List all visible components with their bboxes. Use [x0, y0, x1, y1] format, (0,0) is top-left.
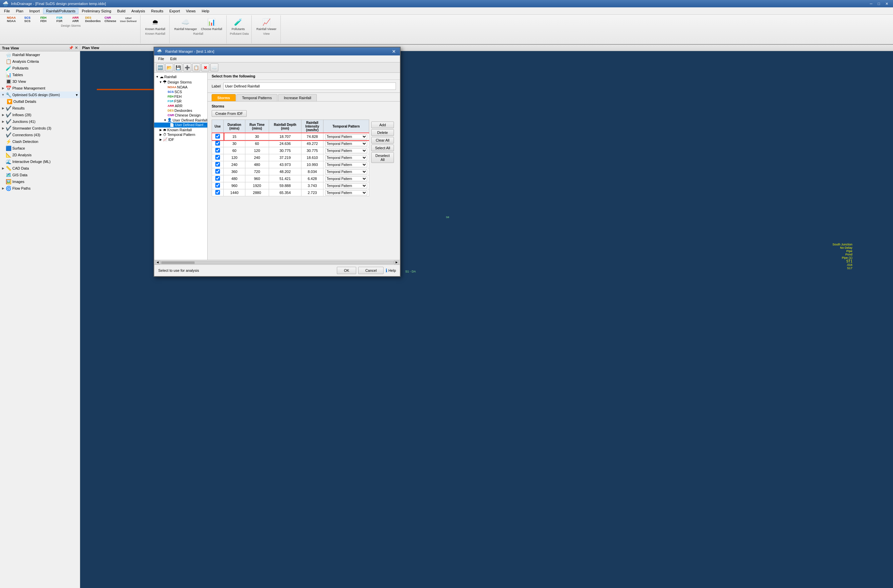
storms-table-container[interactable]: Use Duration(mins) Run Time(mins) Rainfa…	[212, 120, 369, 196]
dtree-temporal-pattern[interactable]: ▶ ⏱ Temporal Pattern	[154, 132, 207, 137]
expand-phase-management[interactable]: ▶	[2, 86, 5, 90]
sidebar-item-suds[interactable]: ▼ 🔧 Optimised SuDS design (Storm) ▼	[0, 92, 80, 98]
dtree-chinese[interactable]: CNR Chinese Design	[154, 113, 207, 117]
minimize-btn[interactable]: ─	[868, 2, 875, 6]
help-btn[interactable]: ℹ Help	[386, 267, 396, 274]
storm-checkbox[interactable]	[215, 190, 220, 195]
sidebar-item-phase-management[interactable]: ▶ 📅 Phase Management	[0, 85, 80, 92]
sidebar-item-inflows[interactable]: ▶ ✔️ Inflows (28)	[0, 111, 80, 118]
action-add-btn[interactable]: Add	[371, 122, 394, 128]
ribbon-btn-arr[interactable]: ARRARR	[68, 16, 83, 23]
menu-preliminary-sizing[interactable]: Preliminary Sizing	[79, 8, 114, 14]
toolbar-copy-btn[interactable]: 📋	[192, 63, 200, 71]
pattern-dropdown[interactable]: Temporal Pattern	[325, 169, 368, 174]
sidebar-item-images[interactable]: 🖼️ Images	[0, 178, 80, 185]
dialog-tree[interactable]: ▼ ☁ Rainfall ▼ 🌩 Design Storms NOAA NOAA…	[154, 73, 207, 260]
sidebar-scroll[interactable]: 🌧️ Rainfall Manager 📋 Analysis Criteria …	[0, 51, 80, 588]
expand-cad[interactable]: ▶	[2, 167, 5, 170]
storm-checkbox[interactable]	[215, 148, 220, 153]
expand-suds[interactable]: ▼	[2, 93, 5, 96]
ribbon-btn-user-defined[interactable]: UDefUser Defined	[119, 17, 138, 23]
ribbon-btn-feh[interactable]: FEHFEH	[36, 16, 51, 23]
ribbon-btn-known-rainfall[interactable]: 🌧 Known Rainfall	[144, 16, 167, 32]
sidebar-item-results[interactable]: ▶ ✔️ Results	[0, 105, 80, 111]
action-delete-btn[interactable]: Delete	[371, 129, 394, 136]
ribbon-btn-scs[interactable]: SCSSCS	[20, 16, 35, 23]
sidebar-item-flow-paths[interactable]: ▶ 🌀 Flow Paths	[0, 185, 80, 192]
pattern-dropdown[interactable]: Temporal Pattern	[325, 141, 368, 146]
storm-checkbox[interactable]	[215, 183, 220, 188]
action-clear-all-btn[interactable]: Clear All	[371, 137, 394, 144]
expand-flow-paths[interactable]: ▶	[2, 186, 5, 190]
pattern-dropdown[interactable]: Temporal Pattern	[325, 134, 368, 139]
storm-checkbox[interactable]	[215, 155, 220, 159]
scroll-track[interactable]	[160, 261, 394, 264]
ribbon-btn-rainfall-viewer[interactable]: 📈 Rainfall Viewer	[255, 16, 278, 32]
sidebar-item-rainfall-manager[interactable]: 🌧️ Rainfall Manager	[0, 51, 80, 58]
create-from-idf-button[interactable]: Create From IDF	[212, 110, 247, 117]
sidebar-item-gis-data[interactable]: 🗺️ GIS Data	[0, 171, 80, 178]
sidebar-item-junctions[interactable]: ▶ ✔️ Junctions (41)	[0, 118, 80, 125]
sidebar-item-tables[interactable]: 📊 Tables	[0, 71, 80, 78]
dialog-horizontal-scrollbar[interactable]: ◀ ▶	[154, 260, 400, 265]
scroll-left-btn[interactable]: ◀	[155, 260, 160, 265]
dialog-label-input[interactable]	[223, 83, 396, 90]
dtree-desbordes[interactable]: DES Desbordes	[154, 108, 207, 113]
toolbar-add-btn[interactable]: ➕	[183, 63, 191, 71]
dtree-idf[interactable]: ▶ 📈 IDF	[154, 137, 207, 142]
scroll-thumb[interactable]	[161, 262, 195, 264]
sidebar-close-btn[interactable]: ✕	[75, 46, 78, 50]
expand-inflows[interactable]: ▶	[2, 113, 5, 117]
menu-build[interactable]: Build	[114, 8, 128, 14]
scroll-right-btn[interactable]: ▶	[394, 260, 399, 265]
sidebar-item-cad-data[interactable]: ▶ 📏 CAD Data	[0, 165, 80, 171]
ribbon-btn-cnr[interactable]: CNRChinese	[103, 16, 118, 23]
dialog-menu-file[interactable]: File	[156, 56, 167, 62]
expand-rainfall-root[interactable]: ▼	[156, 75, 159, 78]
suds-dropdown-icon[interactable]: ▼	[75, 93, 78, 97]
expand-junctions[interactable]: ▶	[2, 120, 5, 123]
expand-temporal[interactable]: ▶	[159, 133, 162, 136]
pattern-dropdown[interactable]: Temporal Pattern	[325, 183, 368, 188]
sidebar-item-outfall[interactable]: 🔽 Outfall Details	[0, 98, 80, 105]
sidebar-item-stormwater[interactable]: ▶ ✔️ Stormwater Controls (3)	[0, 125, 80, 132]
expand-known-rainfall[interactable]: ▶	[159, 128, 162, 132]
pattern-dropdown[interactable]: Temporal Pattern	[325, 155, 368, 160]
dtree-feh[interactable]: FEH FEH	[154, 94, 207, 99]
sidebar-item-2d-analysis[interactable]: 📐 2D Analysis	[0, 152, 80, 158]
pattern-dropdown[interactable]: Temporal Pattern	[325, 190, 368, 195]
dtree-rainfall[interactable]: ▼ ☁ Rainfall	[154, 74, 207, 80]
dtree-user-defined-item[interactable]: 📄 User Defined Rainf...	[154, 123, 207, 128]
toolbar-save-btn[interactable]: 💾	[174, 63, 182, 71]
pattern-dropdown[interactable]: Temporal Pattern	[325, 162, 368, 167]
expand-idf[interactable]: ▶	[159, 138, 162, 141]
menu-file[interactable]: File	[2, 8, 13, 14]
menu-import[interactable]: Import	[27, 8, 42, 14]
menu-views[interactable]: Views	[183, 8, 198, 14]
storm-checkbox[interactable]	[215, 134, 220, 138]
btn-cancel[interactable]: Cancel	[358, 267, 383, 274]
dtree-scs[interactable]: SCS SCS	[154, 89, 207, 94]
dialog-close-button[interactable]: ✕	[391, 49, 397, 54]
menu-export[interactable]: Export	[167, 8, 183, 14]
dtree-known-rainfall[interactable]: ▶ 🌧 Known Rainfall	[154, 128, 207, 132]
sidebar-item-pollutants[interactable]: 🧪 Pollutants	[0, 65, 80, 71]
sidebar-pin-btn[interactable]: 📌	[69, 46, 74, 50]
dtree-user-defined-rainfall-parent[interactable]: ▼ 👤 User Defined Rainfall	[154, 117, 207, 123]
storm-checkbox[interactable]	[215, 176, 220, 180]
pattern-dropdown[interactable]: Temporal Pattern	[325, 176, 368, 181]
sidebar-item-deluge[interactable]: 🌊 Interactive Deluge (ML)	[0, 158, 80, 165]
sidebar-item-clash-detection[interactable]: ⚡ Clash Detection	[0, 138, 80, 145]
storm-checkbox[interactable]	[215, 141, 220, 146]
menu-results[interactable]: Results	[148, 8, 166, 14]
dialog-title-bar[interactable]: 🌧️ Rainfall Manager - [test 1.idrx] ✕	[154, 47, 400, 56]
action-deselect-all-btn[interactable]: Deselect All	[371, 152, 394, 163]
tab-increase-rainfall[interactable]: Increase Rainfall	[278, 94, 317, 101]
ribbon-btn-pollutants[interactable]: 🧪 Pollutants	[230, 16, 247, 32]
sidebar-item-analysis-criteria[interactable]: 📋 Analysis Criteria	[0, 58, 80, 65]
toolbar-delete-btn[interactable]: ✖	[201, 63, 209, 71]
ribbon-btn-choose-rainfall[interactable]: 📊 Choose Rainfall	[200, 16, 224, 32]
expand-user-defined[interactable]: ▼	[164, 119, 167, 122]
tab-storms[interactable]: Storms	[212, 94, 236, 101]
dtree-fsr[interactable]: FSR FSR	[154, 99, 207, 104]
